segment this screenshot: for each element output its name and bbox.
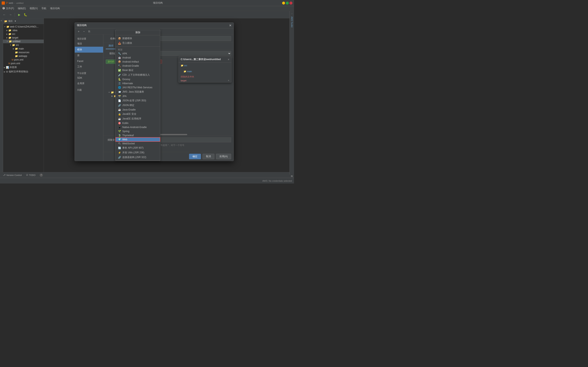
folder-icon-webapp: 📁 [15, 55, 18, 58]
tree-item-pom2[interactable]: ▶ M pom.xml [3, 62, 44, 65]
native-android-label: Native-Android-Gradle [122, 126, 147, 129]
dropdown-item-android[interactable]: 🤖 Android [116, 56, 160, 60]
nav-item-library[interactable]: 库 [75, 53, 103, 58]
dropdown-item-java-gradle[interactable]: ☕ Java-Gradle [116, 108, 160, 112]
spring-icon: 🌱 [118, 130, 121, 133]
excluded-path-close-button[interactable]: × [228, 79, 229, 82]
folder-icon-target: 📁 [8, 36, 11, 39]
menu-file[interactable]: 🅟 文件(F) [1, 6, 16, 11]
dropdown-item-apr[interactable]: 🔧 APK [116, 52, 160, 56]
cancel-button[interactable]: 取消 [203, 154, 214, 159]
tree-arrow-external: ▶ [4, 67, 5, 68]
android-gradle-icon: 🔨 [118, 64, 121, 67]
dialog-close-button[interactable]: ✕ [229, 24, 232, 27]
tab-path[interactable]: 路径 [106, 43, 116, 49]
dropdown-item-json-binding[interactable]: 🔗 JSON 绑定 [116, 103, 160, 108]
nav-item-sdk[interactable]: SDK [75, 75, 103, 81]
project-dropdown-icon[interactable]: ▼ [14, 20, 16, 22]
dropdown-item-jax[interactable]: 🌐 JAX RESTful Web Services [116, 85, 160, 90]
dropdown-item-cdi[interactable]: 💉 CDI: 上下文和依赖项注入 [116, 73, 160, 77]
menu-navigate[interactable]: 导航 [40, 6, 48, 11]
bean-validation-label: Bean 验证 [122, 68, 134, 72]
nav-item-global-lib[interactable]: 全局库 [75, 81, 103, 86]
toolbar-back-button[interactable]: ← [2, 12, 7, 17]
tree-label-src2: src [16, 44, 19, 47]
import-module-label: 导入模块 [122, 42, 132, 45]
tree-item-main[interactable]: ▶ 📁 main [3, 47, 44, 50]
tree-item-idea[interactable]: ▶ 📁 .idea [3, 29, 44, 32]
folder-icon-resources: 📁 [15, 51, 18, 54]
toolbar-run-button[interactable]: ▶ [17, 12, 22, 17]
dropdown-item-concurrency[interactable]: ⚡ 并发 Utils (JSR 236) [116, 150, 160, 155]
java-gradle-icon: ☕ [118, 108, 121, 111]
project-settings-group: 项目设置 [75, 36, 103, 41]
toolbar-debug-button[interactable]: 🐛 [23, 12, 28, 17]
dropdown-item-javaee-app[interactable]: ☕ JavaEE 应用程序 [116, 117, 160, 121]
tree-item-web[interactable]: ▼ 📁 web C:\Users\ZHUANG\... [3, 25, 44, 29]
toolbar-forward-button[interactable]: → [8, 12, 13, 17]
todo-icon: ☑ [26, 174, 28, 176]
dropdown-item-hibernate[interactable]: 🗄️ Hibernate [116, 81, 160, 85]
dropdown-item-jms[interactable]: 📨 JMS: Java 消息服务 [116, 90, 160, 94]
dropdown-item-javaee-security[interactable]: 🔒 JavaEE 安全 [116, 112, 160, 117]
spring-label: Spring [122, 130, 130, 133]
dropdown-item-groovy[interactable]: 🐍 Groovy [116, 77, 160, 81]
websocket-icon: 🔌 [118, 142, 121, 145]
tree-item-target[interactable]: ▶ 📁 target [3, 36, 44, 40]
dropdown-item-web[interactable]: 🌍 Web [116, 137, 160, 142]
menu-view[interactable]: 视图(V) [28, 6, 39, 11]
menu-project-structure[interactable]: 项目结构 [48, 6, 61, 11]
badge-source[interactable]: 源代码 [106, 59, 116, 64]
nav-item-facet[interactable]: Facet [75, 58, 103, 64]
tab-todo[interactable]: ☑ TODO [24, 173, 38, 177]
copy-button[interactable]: ⎘ [87, 29, 91, 34]
dropdown-item-new-module[interactable]: 📦 新建模块 [116, 36, 160, 41]
confirm-button[interactable]: 确定 [189, 154, 201, 159]
tree-arrow-web: ▼ [4, 26, 6, 28]
nav-item-module[interactable]: 模块 [75, 47, 103, 53]
dropdown-item-connector[interactable]: 🔗 连接器架构 (JSR 322) [116, 155, 160, 160]
dropdown-item-native-android[interactable]: 📱 Native-Android-Gradle [116, 125, 160, 129]
new-module-icon: 📦 [118, 37, 121, 40]
ext-lib-icon: 📊 [6, 66, 9, 69]
apply-button[interactable]: 应用(A) [216, 154, 231, 159]
dropdown-item-transaction[interactable]: 🔄 事务 API (JSR 907) [116, 146, 160, 150]
dropdown-item-spring[interactable]: 🌱 Spring [116, 129, 160, 133]
content-root-close-button[interactable]: × [228, 58, 229, 61]
tree-arrow-src2: ▼ [9, 44, 11, 46]
tree-item-webapp[interactable]: ▶ 📁 webapp [3, 54, 44, 58]
dropdown-item-bean-validation[interactable]: ✅ Bean 验证 [116, 68, 160, 73]
help-button[interactable]: ? [40, 174, 43, 177]
tree-item-temp[interactable]: ▶ ⚙ 临时文件和控制台 [3, 69, 44, 74]
dropdown-item-import-module[interactable]: 📥 导入模块 [116, 41, 160, 45]
toolbar: ← → ▶ 🐛 [0, 11, 294, 18]
nav-item-project[interactable]: 项目 [75, 41, 103, 47]
app-logo-icon: P [6, 1, 8, 4]
content-root-path-sub-value: main [187, 70, 192, 73]
thymeleaf-icon: 🍃 [118, 134, 121, 137]
minimize-button[interactable]: ─ [282, 2, 285, 4]
close-button[interactable]: ✕ [290, 2, 292, 4]
nav-item-artifact[interactable]: 工件 [75, 64, 103, 70]
maximize-button[interactable]: □ [286, 2, 289, 4]
remove-button[interactable]: − [82, 29, 86, 34]
project-tree[interactable]: ▼ 📁 web C:\Users\ZHUANG\... ▶ 📁 .idea ▶ … [3, 24, 44, 172]
menu-edit[interactable]: 编辑(E) [16, 6, 27, 11]
tree-item-src[interactable]: ▶ 📁 src [3, 32, 44, 36]
tree-item-resources[interactable]: ▶ 📁 resources [3, 50, 44, 54]
tree-item-pom1[interactable]: ▶ M pom.xml [3, 58, 44, 62]
dropdown-item-android-gradle[interactable]: 🔨 Android-Gradle [116, 64, 160, 68]
dropdown-item-thymeleaf[interactable]: 🍃 Thymeleaf [116, 133, 160, 137]
tree-item-src2[interactable]: ▼ 📁 src [3, 43, 44, 47]
excluded-path-row: target × [179, 79, 231, 82]
add-button[interactable]: + [76, 29, 81, 34]
dropdown-item-json-processing[interactable]: 📄 JSON 处理 (JSR 353) [116, 98, 160, 103]
tree-item-external-lib[interactable]: ▶ 📊 外部库 [3, 65, 44, 69]
tab-version-control[interactable]: ⎇ Version Control [1, 173, 24, 177]
dropdown-item-jpa[interactable]: 🗃️ JPA [116, 94, 160, 98]
tree-label-src: src [12, 33, 15, 35]
tree-item-untitled[interactable]: ▼ 📁 untitled [3, 40, 44, 43]
dropdown-item-websocket[interactable]: 🔌 WebSocket [116, 142, 160, 146]
dropdown-item-kotlin[interactable]: 🎯 Kotlin [116, 121, 160, 125]
dropdown-item-android-artifact[interactable]: 📦 Android Artifact [116, 60, 160, 64]
